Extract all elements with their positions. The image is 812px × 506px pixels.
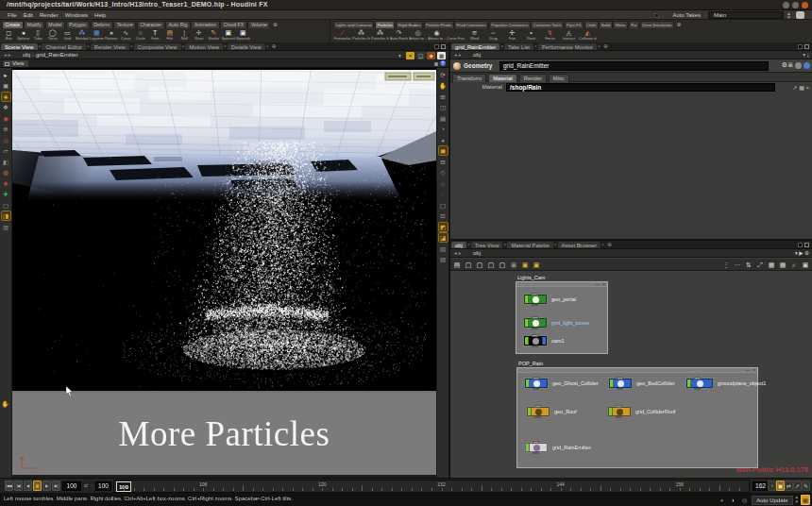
tab-close-icon[interactable]: × bbox=[182, 42, 185, 51]
viewport-tool-icon-13[interactable]: ◨ bbox=[2, 211, 10, 220]
display-flag[interactable] bbox=[526, 444, 530, 451]
shelf-tool-lsystem[interactable]: ▦Lsystem bbox=[90, 28, 104, 41]
node-output-connector[interactable] bbox=[532, 304, 538, 307]
shelf-tool-fan[interactable]: ✢Fan bbox=[503, 28, 521, 41]
tab-close-icon[interactable]: × bbox=[130, 42, 133, 51]
shelf-tab-drive-simulation[interactable]: Drive Simulation bbox=[640, 21, 674, 28]
viewport-tool-icon-14[interactable]: ◩ bbox=[439, 223, 448, 231]
shelf-tool-force[interactable]: ↯Force bbox=[541, 28, 559, 41]
viewport-tool-icon-13[interactable]: ⊡ bbox=[439, 211, 448, 220]
network-node-geo_roof[interactable] bbox=[527, 407, 550, 416]
viewport-tool-icon-3[interactable]: ✥ bbox=[2, 103, 10, 111]
node-input-connector[interactable] bbox=[617, 377, 623, 380]
shelf-tab-create[interactable]: Create bbox=[2, 21, 24, 28]
shelf-tab-animation[interactable]: Animation bbox=[191, 21, 219, 28]
shelf-tab-rigid-bodies[interactable]: Rigid Bodies bbox=[396, 21, 423, 28]
node-output-connector[interactable] bbox=[617, 388, 623, 391]
shelf-tool-sphere[interactable]: ●Sphere bbox=[17, 28, 31, 41]
menu-render[interactable]: Render bbox=[40, 10, 59, 20]
display-flag[interactable] bbox=[525, 319, 529, 327]
viewport-tool-icon-1[interactable]: ▣ bbox=[2, 81, 10, 90]
shelf-tab-volume[interactable]: Volume bbox=[247, 21, 270, 28]
material-value-field[interactable]: /shop/Rain bbox=[506, 83, 775, 92]
viewport-tool-icon-10[interactable]: ○ bbox=[439, 179, 448, 188]
node-label[interactable]: geo_portal bbox=[551, 295, 576, 304]
tab-close-icon[interactable]: × bbox=[534, 42, 537, 51]
viewport-tool-icon-2[interactable]: ◈ bbox=[2, 93, 10, 101]
viewport-tool-icon-11[interactable]: ✚ bbox=[2, 190, 10, 198]
viewport-tool-icon-1[interactable]: ✋ bbox=[439, 81, 448, 90]
viewport-tool-icon-10[interactable]: ❖ bbox=[2, 179, 10, 188]
pane-tab-material-palette[interactable]: Material Palette bbox=[507, 242, 552, 249]
node-label[interactable]: grid_RainEmitter bbox=[552, 443, 591, 452]
net-tool-right-icon-7[interactable]: ▣ bbox=[801, 261, 810, 270]
shelf-tool-file[interactable]: ▤File bbox=[163, 28, 178, 41]
shelf-tool-spaceshp-[interactable]: ▣Spaceshp... bbox=[236, 28, 250, 41]
netbox-collapse-close-icons[interactable]: — × bbox=[596, 282, 606, 287]
viewport-header-icons[interactable]: ≣ ? bbox=[433, 60, 446, 67]
viewport-tool-icon-8[interactable]: ⊟ bbox=[439, 158, 448, 166]
netbox-titlebar[interactable]: — × bbox=[516, 282, 607, 287]
transport-go-to-start[interactable]: |◀◀ bbox=[5, 481, 13, 491]
viewport-tool-icon-5[interactable]: ⊕ bbox=[2, 125, 10, 133]
shelf-tool-collision-d-[interactable]: ◭Collision d... bbox=[579, 28, 597, 41]
node-input-connector[interactable] bbox=[616, 405, 622, 408]
viewport-tool-icon-6[interactable]: ◎ bbox=[2, 136, 10, 144]
pane-tab-composite-view[interactable]: Composite View bbox=[134, 43, 181, 51]
shelf-gear-icon[interactable]: ⊕ bbox=[273, 21, 278, 28]
viewport-tool-icon-17[interactable]: ▨ bbox=[439, 255, 448, 263]
viewport-tool-icon-0[interactable]: ▸ bbox=[2, 71, 10, 79]
pane-tab-details-view[interactable]: Details View bbox=[228, 43, 265, 51]
viewport-tool-icon-2[interactable]: ⊞ bbox=[439, 93, 448, 101]
viewport-tool-icon-7[interactable]: ▱ bbox=[2, 146, 10, 155]
network-path-icons[interactable]: ▾ ▶ ⚙ bbox=[795, 249, 809, 258]
cook-mode-icon[interactable]: ▦ bbox=[801, 495, 810, 505]
net-tool-right-icon-5[interactable]: ▦ bbox=[778, 261, 787, 270]
shelf-tab-modify[interactable]: Modify bbox=[24, 21, 44, 28]
param-tab-material[interactable]: Material bbox=[488, 74, 517, 82]
scene-path[interactable]: obj›grid_RainEmitter bbox=[23, 52, 78, 59]
shelf-tool-tube[interactable]: ▯Tube bbox=[31, 28, 45, 41]
node-label[interactable]: groundplane_object1 bbox=[718, 379, 766, 388]
transport-play[interactable]: ▶ bbox=[42, 481, 51, 491]
node-input-connector[interactable] bbox=[532, 316, 538, 319]
shelf-tool-drag[interactable]: ∽Drag bbox=[484, 28, 502, 41]
node-output-connector[interactable] bbox=[533, 452, 539, 455]
node-output-connector[interactable] bbox=[534, 416, 541, 419]
shelf-tab-particle-fluids[interactable]: Particle Fluids bbox=[424, 21, 454, 28]
playbar-mini-icons[interactable]: ⇄ ◦ bbox=[84, 482, 93, 488]
shelf-tab-fluid-containers[interactable]: Fluid Containers bbox=[454, 21, 488, 28]
shelf-tool-auto-fetch[interactable]: ↷Auto Fetch bbox=[390, 28, 408, 41]
net-tool-left-icon-7[interactable]: ▣ bbox=[532, 261, 541, 270]
shelf-tool-fireworks[interactable]: ⁄Fireworks bbox=[333, 28, 351, 41]
viewport-tool-icon-9[interactable]: ◇ bbox=[439, 168, 448, 177]
tab-close-icon[interactable]: × bbox=[503, 241, 506, 249]
close-button[interactable] bbox=[802, 2, 808, 8]
net-tool-right-icon-3[interactable]: ⤢ bbox=[755, 261, 765, 270]
tab-close-icon[interactable]: × bbox=[500, 42, 503, 51]
node-input-connector[interactable] bbox=[532, 293, 538, 295]
path-back-forward-icons[interactable]: ◂▸ bbox=[454, 52, 464, 58]
node-header-icons[interactable]: ⚙≣ bbox=[782, 61, 810, 69]
shelf-tool-stroke[interactable]: ✎Stroke bbox=[207, 28, 221, 41]
timeline-ruler[interactable]: 100 108120132144156 bbox=[113, 480, 750, 493]
display-flag[interactable] bbox=[525, 337, 529, 345]
shelf-tool-curve-force[interactable]: ❯Curve Force bbox=[447, 28, 465, 41]
param-tab-render[interactable]: Render bbox=[519, 74, 547, 82]
tab-close-icon[interactable]: × bbox=[554, 241, 557, 249]
viewport-tool-icon-6[interactable]: ◕ bbox=[439, 136, 448, 144]
status-icon-2[interactable]: ◎ bbox=[740, 497, 749, 505]
display-flag[interactable] bbox=[687, 380, 691, 387]
path-back-forward-icons[interactable]: ◂▸ bbox=[454, 250, 464, 256]
node-label[interactable]: grid_light_boxes bbox=[551, 318, 589, 328]
params-path[interactable]: obj bbox=[473, 52, 481, 59]
path-node[interactable]: grid_RainEmitter bbox=[36, 52, 78, 58]
pane-tab-render-view[interactable]: Render View bbox=[91, 43, 129, 51]
pane-maximize-icon[interactable] bbox=[434, 44, 439, 49]
shelf-tool-null[interactable]: |Null bbox=[178, 28, 192, 41]
scene-path-icon-3[interactable]: ◆ bbox=[427, 52, 435, 59]
node-output-connector[interactable] bbox=[616, 416, 622, 419]
viewport-tool-icon-5[interactable]: ◔ bbox=[439, 125, 448, 133]
net-tool-left-icon-4[interactable]: ▢ bbox=[498, 261, 507, 270]
network-node-geo_bedcollider[interactable] bbox=[609, 379, 632, 388]
